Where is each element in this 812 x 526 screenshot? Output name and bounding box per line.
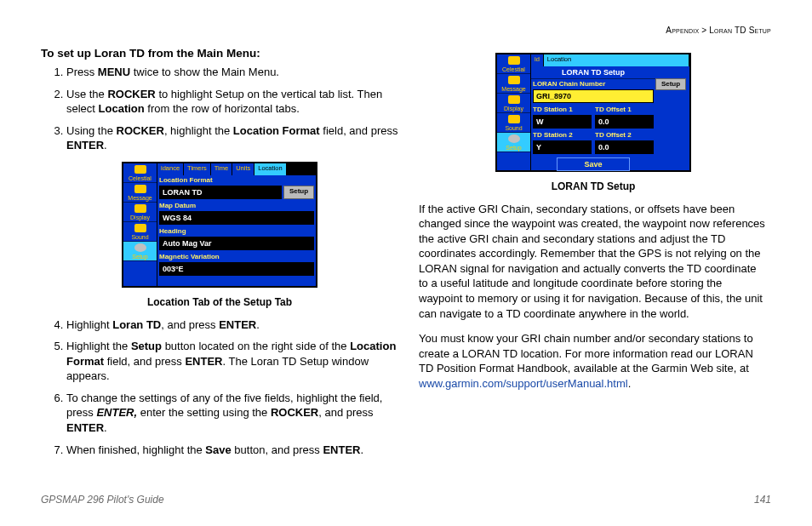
device2-sidebar: Celestial Message Display Sound Setup <box>497 54 531 170</box>
footer-guide: GPSMAP 296 Pilot's Guide <box>41 494 164 506</box>
location-format-label: Location Format <box>157 175 316 186</box>
td-station2-label: TD Station 2 <box>531 130 593 140</box>
map-datum-value[interactable]: WGS 84 <box>159 211 314 225</box>
sidebar-item-sound[interactable]: Sound <box>497 113 530 133</box>
device1-sidebar: Celestial Message Display Sound Setup <box>123 163 157 286</box>
step-6: To change the settings of any of the fiv… <box>66 391 398 436</box>
td-offset1-label: TD Offset 1 <box>593 105 655 115</box>
setup-button[interactable]: Setup <box>283 186 314 199</box>
sidebar-item-celestial[interactable]: Celestial <box>497 54 530 74</box>
gear-icon <box>134 243 146 252</box>
heading-value[interactable]: Auto Mag Var <box>159 237 314 250</box>
step-5: Highlight the Setup button located on th… <box>66 339 398 384</box>
loran-td-setup-screenshot: Celestial Message Display Sound Setup id… <box>495 53 691 172</box>
step-4: Highlight Loran TD, and press ENTER. <box>66 317 398 333</box>
paragraph-1: If the active GRI Chain, secondary stati… <box>419 202 768 321</box>
breadcrumb-page: Loran TD Setup <box>709 26 771 35</box>
sidebar-item-display[interactable]: Display <box>497 94 530 113</box>
step-7: When finished, highlight the Save button… <box>66 443 398 458</box>
gear-icon <box>508 134 520 143</box>
fig1-caption: Location Tab of the Setup Tab <box>41 295 398 309</box>
td-offset1-value[interactable]: 0.0 <box>595 115 654 129</box>
chain-number-label: LORAN Chain Number <box>531 79 655 89</box>
tab-guidance[interactable]: idance <box>157 163 184 175</box>
sidebar-item-setup[interactable]: Setup <box>123 242 157 261</box>
steps-list-a: Press MENU twice to show the Main Menu. … <box>41 65 398 153</box>
sidebar-item-celestial[interactable]: Celestial <box>123 163 157 183</box>
display-icon <box>508 95 520 104</box>
step-1: Press MENU twice to show the Main Menu. <box>66 65 398 80</box>
tab-row: idance Timers Time Units Location <box>157 163 316 175</box>
garmin-link[interactable]: www.garmin.com/support/userManual.html <box>419 377 628 390</box>
celestial-icon <box>508 56 520 65</box>
tab-location[interactable]: Location <box>544 54 689 66</box>
display-icon <box>134 204 146 213</box>
sidebar-item-display[interactable]: Display <box>123 203 157 222</box>
sound-icon <box>508 115 520 123</box>
message-icon <box>508 76 520 84</box>
fig2-caption: LORAN TD Setup <box>419 180 768 193</box>
tab-time[interactable]: Time <box>211 163 232 175</box>
message-icon <box>134 185 146 193</box>
save-button[interactable]: Save <box>557 157 630 171</box>
tab-timers[interactable]: Timers <box>184 163 211 175</box>
td-station2-value[interactable]: Y <box>533 140 592 154</box>
setup-button-bg[interactable]: Setup <box>655 78 686 90</box>
sound-icon <box>134 224 146 232</box>
sidebar-item-sound[interactable]: Sound <box>123 222 157 242</box>
left-column: To set up Loran TD from the Main Menu: P… <box>41 46 398 466</box>
location-format-value[interactable]: LORAN TD <box>159 186 282 199</box>
step-2: Use the ROCKER to highlight Setup on the… <box>66 87 398 117</box>
td-offset2-label: TD Offset 2 <box>593 130 655 140</box>
paragraph-2: You must know your GRI chain number and/… <box>419 331 768 391</box>
right-column: Celestial Message Display Sound Setup id… <box>419 46 768 466</box>
sidebar-item-message[interactable]: Message <box>123 183 157 203</box>
step-3: Using the ROCKER, highlight the Location… <box>66 123 398 153</box>
tab-location[interactable]: Location <box>254 163 286 175</box>
chain-number-value[interactable]: GRI_8970 <box>533 89 654 103</box>
tab-stub-left[interactable]: id <box>531 54 544 66</box>
sidebar-item-setup[interactable]: Setup <box>497 133 530 152</box>
td-station1-value[interactable]: W <box>533 115 592 129</box>
tab-units[interactable]: Units <box>232 163 254 175</box>
breadcrumb-section: Appendix <box>666 26 699 35</box>
steps-list-b: Highlight Loran TD, and press ENTER. Hig… <box>41 317 398 457</box>
td-offset2-value[interactable]: 0.0 <box>595 140 654 154</box>
heading-label: Heading <box>157 226 316 237</box>
td-station1-label: TD Station 1 <box>531 105 593 115</box>
setup-heading: To set up Loran TD from the Main Menu: <box>41 46 398 61</box>
location-tab-screenshot: Celestial Message Display Sound Setup id… <box>122 162 317 288</box>
footer-page-number: 141 <box>754 494 771 506</box>
breadcrumb-sep: > <box>701 26 706 35</box>
loran-td-setup-title: LORAN TD Setup <box>531 66 655 79</box>
magvar-label: Magnetic Variation <box>157 252 316 262</box>
sidebar-item-message[interactable]: Message <box>497 74 530 94</box>
page-footer: GPSMAP 296 Pilot's Guide 141 <box>41 494 771 506</box>
breadcrumb: Appendix > Loran TD Setup <box>666 26 771 35</box>
magvar-value[interactable]: 003°E <box>159 262 314 276</box>
celestial-icon <box>134 165 146 174</box>
map-datum-label: Map Datum <box>157 201 316 211</box>
